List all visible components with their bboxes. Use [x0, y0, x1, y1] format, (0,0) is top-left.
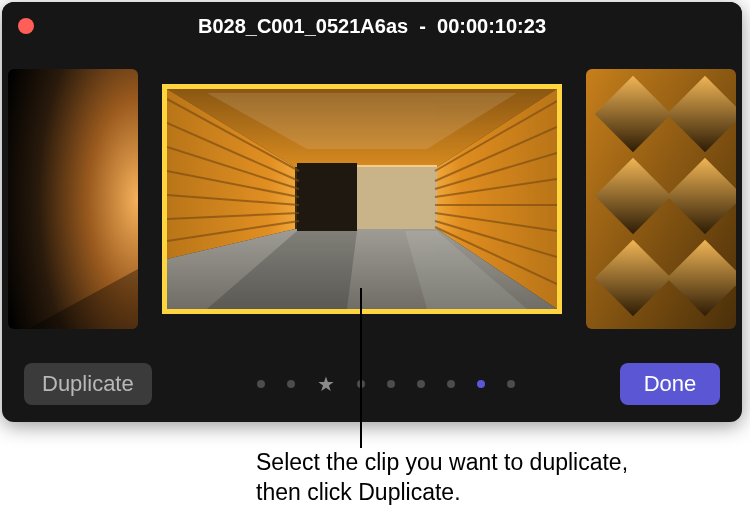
pager-dot[interactable] — [287, 380, 295, 388]
pager-dot[interactable] — [447, 380, 455, 388]
pager-dot[interactable] — [507, 380, 515, 388]
clip-pager: ★ — [152, 380, 620, 388]
audition-window: B028_C001_0521A6as - 00:00:10:23 — [2, 2, 742, 422]
prev-clip-thumbnail[interactable] — [8, 69, 138, 329]
pager-dot-active[interactable] — [477, 380, 485, 388]
selected-clip-thumbnail[interactable] — [162, 84, 562, 314]
favorite-star-icon[interactable]: ★ — [317, 380, 335, 388]
pager-dot[interactable] — [387, 380, 395, 388]
pager-dot[interactable] — [417, 380, 425, 388]
svg-rect-8 — [297, 163, 357, 231]
bottom-toolbar: Duplicate ★ Done — [2, 356, 742, 412]
window-title: B028_C001_0521A6as - 00:00:10:23 — [198, 15, 546, 38]
titlebar: B028_C001_0521A6as - 00:00:10:23 — [2, 2, 742, 50]
close-icon[interactable] — [18, 18, 34, 34]
next-clip-thumbnail[interactable] — [586, 69, 736, 329]
svg-rect-7 — [357, 165, 437, 229]
callout-line — [360, 288, 362, 448]
pager-dot[interactable] — [257, 380, 265, 388]
done-button[interactable]: Done — [620, 363, 720, 405]
instruction-caption: Select the clip you want to duplicate, t… — [256, 448, 676, 508]
clip-carousel — [2, 54, 742, 344]
duplicate-button[interactable]: Duplicate — [24, 363, 152, 405]
